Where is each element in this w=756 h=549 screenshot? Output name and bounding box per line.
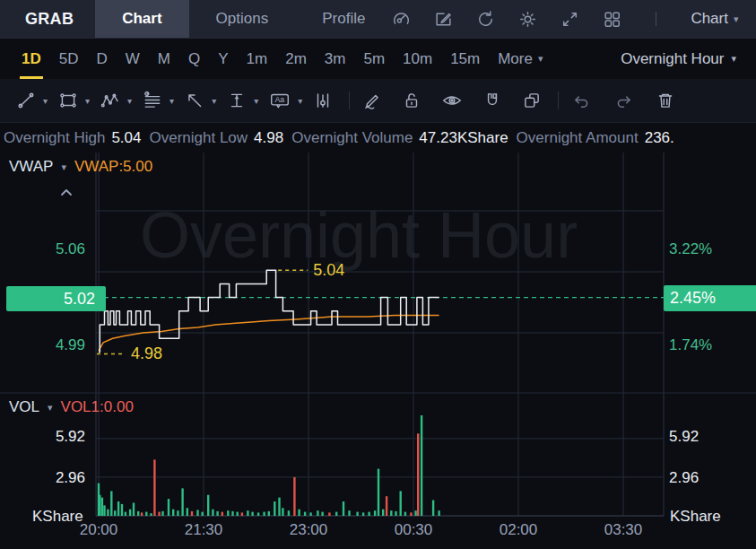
volume-indicator-row: VOL ▾ VOL1:0.00 xyxy=(9,398,134,416)
vol-indicator-label[interactable]: VOL xyxy=(9,398,39,416)
vwap-indicator-label[interactable]: VWAP xyxy=(9,158,53,176)
pct-axis-label-low: 1.74% xyxy=(669,336,712,354)
price-volume-chart[interactable]: 5.044.98 xyxy=(0,0,756,549)
volume-unit-right: KShare xyxy=(670,508,721,526)
volume-axis-label: 2.96 xyxy=(0,469,85,487)
current-price-badge: 5.02 xyxy=(6,286,106,311)
volume-axis-label: 2.96 xyxy=(669,469,699,487)
trading-app: GRAB ChartOptionsProfile xyxy=(0,0,756,549)
time-axis-label: 03:30 xyxy=(604,521,643,539)
price-axis-label-high: 5.06 xyxy=(0,240,85,258)
price-indicator-row: VWAP ▾ VWAP:5.00 xyxy=(9,158,152,176)
pct-axis-label-high: 3.22% xyxy=(669,240,712,258)
time-axis-label: 02:00 xyxy=(500,521,538,539)
vol1-value: VOL1:0.00 xyxy=(61,398,134,416)
chevron-down-icon[interactable]: ▾ xyxy=(48,403,53,413)
time-axis-label: 20:00 xyxy=(80,521,118,539)
svg-text:4.98: 4.98 xyxy=(131,344,162,362)
time-axis-label: 23:00 xyxy=(290,521,328,539)
price-axis-label-low: 4.99 xyxy=(0,336,85,354)
time-axis-label: 00:30 xyxy=(395,521,433,539)
time-axis-label: 21:30 xyxy=(185,521,223,539)
volume-axis-label: 5.92 xyxy=(0,428,85,446)
vwap-value: VWAP:5.00 xyxy=(74,158,152,176)
chevron-down-icon[interactable]: ▾ xyxy=(61,162,66,172)
current-change-badge: 2.45% xyxy=(664,285,756,311)
volume-axis-label: 5.92 xyxy=(669,428,699,446)
svg-text:5.04: 5.04 xyxy=(313,261,344,279)
collapse-panel-icon[interactable] xyxy=(59,185,74,201)
volume-unit-left: KShare xyxy=(32,508,83,526)
